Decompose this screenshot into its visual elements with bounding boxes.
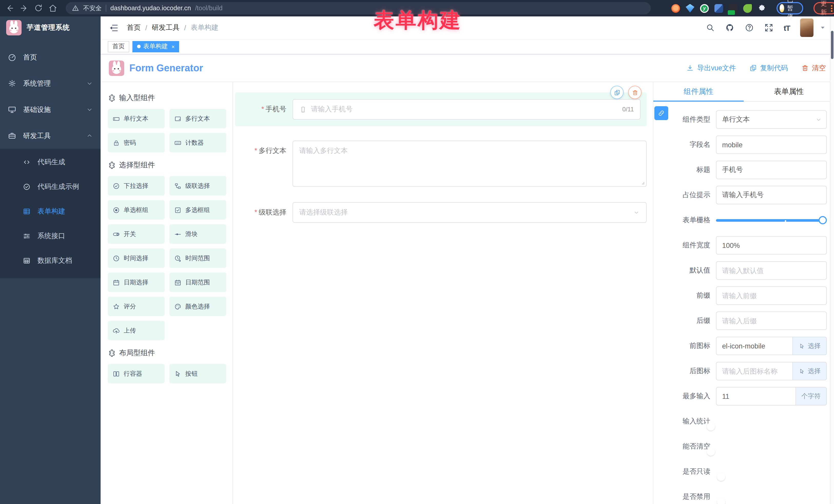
palette-item-date-picker[interactable]: 日期选择 (108, 272, 165, 292)
profile-paused-badge[interactable]: 已暂停 (776, 2, 803, 14)
tag-home[interactable]: 首页 (108, 41, 129, 52)
page-scrollbar[interactable] (830, 17, 834, 504)
extension-leaf-icon[interactable] (743, 4, 752, 13)
palette-item-button[interactable]: 按钮 (169, 364, 226, 384)
palette-item-row-container[interactable]: 行容器 (108, 364, 165, 384)
sidebar-item-devtools[interactable]: 研发工具 (0, 123, 101, 149)
palette-item-password[interactable]: 密码 (108, 133, 165, 152)
mobile-input[interactable]: 请输入手机号 0/11 (292, 99, 640, 119)
sidebar-item-infra[interactable]: 基础设施 (0, 96, 101, 123)
back-icon[interactable] (5, 4, 14, 13)
palette-item-checkbox-group[interactable]: 多选框组 (169, 200, 226, 220)
user-avatar[interactable] (800, 19, 813, 37)
caret-down-icon[interactable] (820, 25, 826, 31)
palette-item-slider[interactable]: 滑块 (169, 224, 226, 244)
pointer-icon (798, 368, 805, 374)
close-tag-icon[interactable]: × (171, 43, 175, 49)
export-vue-button[interactable]: 导出vue文件 (686, 63, 736, 73)
extension-gem-icon[interactable] (686, 4, 695, 13)
tab-component-props[interactable]: 组件属性 (653, 82, 744, 101)
color-palette-icon (174, 303, 182, 310)
tab-form-props[interactable]: 表单属性 (744, 82, 834, 101)
prop-row-suffix-icon: 后图标 选择 (672, 362, 827, 380)
palette-item-counter[interactable]: 123 计数器 (169, 133, 226, 152)
palette-item-time-picker[interactable]: 时间选择 (108, 248, 165, 268)
prefix-icon-select-button[interactable]: 选择 (793, 337, 827, 355)
cascader-select[interactable]: 请选择级联选择 (292, 202, 647, 223)
breadcrumb-devtools[interactable]: 研发工具 (152, 23, 180, 32)
clear-button[interactable]: 清空 (801, 63, 826, 73)
font-size-icon[interactable]: tT (784, 23, 790, 32)
form-grid-slider[interactable] (716, 211, 827, 229)
help-icon[interactable] (745, 23, 754, 32)
slider-track[interactable] (716, 219, 823, 222)
palette-item-cascader[interactable]: 级联选择 (169, 176, 226, 196)
puzzle-icon (108, 94, 116, 102)
sidebar-item-api[interactable]: 系统接口 (0, 224, 101, 248)
sidebar-item-label: 系统管理 (23, 79, 51, 88)
address-bar[interactable]: 不安全 dashboard.yudao.iocoder.cn/tool/buil… (66, 2, 651, 14)
suffix-icon-select-button[interactable]: 选择 (793, 362, 827, 380)
sidebar-item-codegen[interactable]: 代码生成 (0, 150, 101, 175)
profile-emoji-icon (780, 4, 784, 12)
suffix-input[interactable] (716, 311, 827, 330)
home-icon[interactable] (48, 4, 58, 13)
sidebar-item-codegen-demo[interactable]: 代码生成示例 (0, 175, 101, 199)
json-drawer-button[interactable] (654, 106, 668, 120)
sidebar-item-label: 代码生成示例 (38, 182, 79, 192)
breadcrumb-home[interactable]: 首页 (127, 23, 140, 32)
prefix-icon-input[interactable] (716, 337, 793, 355)
extension-icon[interactable] (715, 4, 723, 13)
sidebar-item-home[interactable]: 首页 (0, 44, 101, 70)
default-value-input[interactable] (716, 261, 827, 280)
chrome-update-button[interactable]: 更新 (813, 2, 834, 14)
duplicate-component-button[interactable] (610, 86, 623, 99)
extension-icon[interactable] (671, 4, 680, 13)
extension-y-icon[interactable]: y (700, 4, 709, 13)
palette-item-date-range[interactable]: 日期范围 (169, 272, 226, 292)
palette-item-upload[interactable]: 上传 (108, 321, 165, 340)
palette-item-color-picker[interactable]: 颜色选择 (169, 297, 226, 316)
slider-handle[interactable] (819, 216, 827, 224)
width-input[interactable] (716, 236, 827, 255)
palette-item-textarea[interactable]: 多行文本 (169, 109, 226, 128)
palette-item-radio-group[interactable]: 单选框组 (108, 200, 165, 220)
prefix-input[interactable] (716, 286, 827, 305)
placeholder-input[interactable] (716, 186, 827, 204)
radio-icon (112, 206, 120, 214)
scrollbar-thumb[interactable] (831, 31, 833, 59)
sidebar-item-form-builder[interactable]: 表单构建 (0, 199, 101, 224)
toolbox-icon (8, 131, 17, 140)
selected-component-mobile[interactable]: *手机号 请输入手机号 0/11 (235, 92, 647, 126)
extension-on-icon[interactable] (729, 4, 738, 13)
collapse-menu-icon[interactable] (109, 23, 118, 32)
extensions-puzzle-icon[interactable] (758, 4, 766, 13)
palette-item-select[interactable]: 下拉选择 (108, 176, 165, 196)
slider-icon (174, 230, 182, 238)
palette-item-time-range[interactable]: 时间范围 (169, 248, 226, 268)
sidebar-item-db-doc[interactable]: 数据库文档 (0, 248, 101, 273)
resize-handle-icon[interactable] (640, 180, 645, 185)
component-type-select[interactable] (716, 110, 827, 129)
table-grid-icon (23, 207, 31, 216)
search-icon[interactable] (706, 23, 715, 32)
palette-item-text-input[interactable]: 单行文本 (108, 109, 165, 128)
tag-form-builder[interactable]: 表单构建 × (132, 41, 179, 52)
reload-icon[interactable] (34, 4, 43, 13)
palette-item-rate[interactable]: 评分 (108, 297, 165, 316)
forward-icon[interactable] (20, 4, 29, 13)
chrome-menu-icon[interactable] (831, 5, 832, 12)
maxlength-input[interactable] (716, 387, 796, 406)
clock-icon (112, 254, 120, 262)
github-icon[interactable] (725, 23, 734, 32)
form-canvas[interactable]: *手机号 请输入手机号 0/11 *多行文本 请输入多行文本 (233, 82, 653, 504)
fullscreen-icon[interactable] (764, 23, 773, 32)
suffix-icon-input[interactable] (716, 362, 793, 380)
title-input[interactable] (716, 161, 827, 179)
delete-component-button[interactable] (628, 86, 641, 99)
field-name-input[interactable] (716, 135, 827, 154)
palette-item-switch[interactable]: 开关 (108, 224, 165, 244)
sidebar-item-system[interactable]: 系统管理 (0, 70, 101, 96)
textarea-input[interactable]: 请输入多行文本 (292, 140, 647, 187)
copy-code-button[interactable]: 复制代码 (749, 63, 788, 73)
